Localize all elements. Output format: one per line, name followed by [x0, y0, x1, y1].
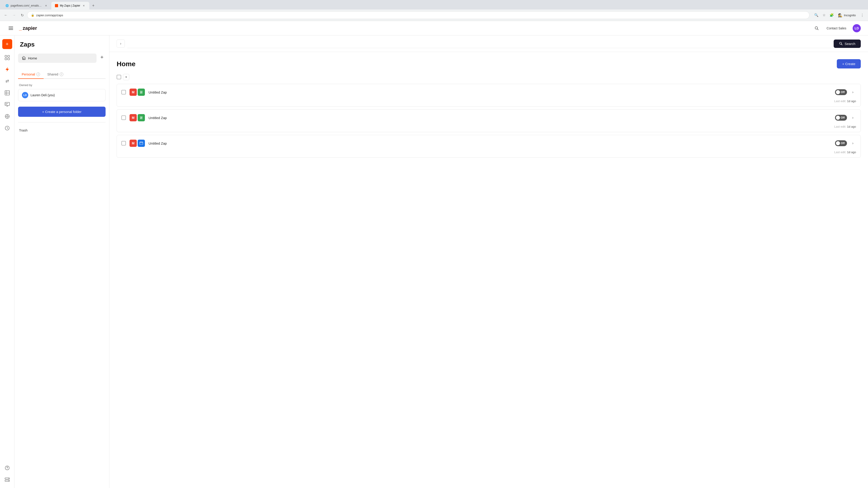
sidebar-item-help[interactable] [2, 463, 12, 473]
zap-item: M Untitled Zap [117, 109, 861, 132]
tab-zapier[interactable]: My Zaps | Zapier ✕ [51, 2, 89, 9]
sidebar-item-tables[interactable] [2, 88, 12, 98]
search-area: › Search [110, 35, 868, 52]
zap3-expand-button[interactable]: › [850, 140, 856, 147]
home-nav-area: Home [18, 54, 105, 66]
back-button[interactable]: ← [3, 12, 9, 18]
owner-avatar: LD [22, 92, 28, 98]
create-plus-button[interactable]: + [2, 39, 12, 49]
zap3-toggle-label: Off [841, 142, 845, 145]
sidebar-item-history[interactable] [2, 123, 12, 133]
zap3-toggle-area: Off › [835, 140, 856, 147]
create-button[interactable]: + Create [837, 59, 861, 68]
zap-item-main-3: M Untitled Zap [121, 135, 856, 149]
zap2-last-edit-time: 1d ago [847, 125, 856, 128]
address-bar[interactable]: 🔒 zapier.com/app/zaps [27, 11, 809, 19]
tab-shared[interactable]: Shared i [43, 70, 67, 79]
app-container: _zapier Contact Sales LD + [0, 21, 868, 488]
incognito-badge: 🕵️ Incognito [836, 12, 858, 18]
svg-rect-8 [8, 58, 9, 60]
zap2-gmail-icon: M [129, 114, 137, 121]
hamburger-button[interactable] [7, 25, 14, 32]
page-title: Home [117, 60, 135, 68]
zap1-checkbox[interactable] [121, 90, 126, 94]
zap-item: M Untitled Zap [117, 135, 861, 158]
zap2-name: Untitled Zap [149, 116, 831, 120]
svg-point-29 [8, 478, 8, 479]
refresh-button[interactable]: ↻ [19, 12, 25, 18]
search-btn-label: Search [844, 42, 855, 46]
svg-point-26 [7, 469, 7, 469]
lock-icon: 🔒 [31, 13, 34, 17]
sidebar-item-dashboard[interactable] [2, 53, 12, 63]
bookmark-icon[interactable]: ☆ [821, 12, 827, 18]
tab-pageflows[interactable]: 🌐 pageflows.com/_emails/_/7fb5c... ✕ [2, 2, 51, 9]
svg-rect-31 [23, 58, 24, 59]
select-dropdown-button[interactable]: ▾ [123, 74, 129, 80]
owner-card[interactable]: LD Lauren Deli (you) [18, 89, 105, 101]
search-button[interactable]: Search [834, 39, 861, 48]
zap1-last-edit-time: 1d ago [847, 99, 856, 103]
zap-item-main-2: M Untitled Zap [121, 109, 856, 123]
zap1-expand-button[interactable]: › [850, 89, 856, 95]
zap2-checkbox[interactable] [121, 116, 126, 120]
shared-info-icon[interactable]: i [60, 72, 63, 76]
owner-name: Lauren Deli (you) [31, 93, 55, 97]
zap3-last-edit-time: 1d ago [847, 151, 856, 154]
forward-button[interactable]: → [11, 12, 17, 18]
create-folder-button[interactable]: + Create a personal folder [18, 107, 105, 117]
select-row: ▾ [117, 74, 861, 80]
svg-rect-40 [140, 116, 143, 119]
zap1-last-edit-label: Last edit: [834, 99, 846, 103]
home-nav-left: Home [22, 56, 37, 61]
address-text: zapier.com/app/zaps [36, 13, 63, 17]
sidebar-item-storage[interactable] [2, 475, 12, 485]
user-avatar-button[interactable]: LD [852, 24, 861, 32]
svg-rect-6 [8, 55, 9, 57]
zap-item: M Untitled Zap [117, 84, 861, 107]
new-tab-button[interactable]: + [90, 2, 96, 9]
app-body: + [0, 35, 868, 488]
tab-shared-label: Shared [47, 72, 58, 76]
svg-rect-1 [8, 28, 13, 29]
zap3-toggle[interactable]: Off [835, 140, 847, 146]
zap2-toggle[interactable]: Off [835, 115, 847, 121]
search-input[interactable] [127, 41, 831, 45]
zap3-last-edit-label: Last edit: [834, 151, 846, 154]
svg-rect-36 [140, 91, 143, 94]
more-options-icon[interactable]: ⋮ [859, 12, 865, 18]
header-search-button[interactable] [813, 25, 820, 32]
add-folder-button[interactable] [98, 54, 105, 61]
contact-sales-button[interactable]: Contact Sales [824, 25, 849, 32]
home-nav-item[interactable]: Home [18, 54, 96, 63]
tab1-close[interactable]: ✕ [44, 4, 48, 7]
owned-by-label: Owned by [18, 84, 105, 87]
svg-rect-5 [5, 55, 7, 57]
sidebar-item-apps[interactable] [2, 111, 12, 121]
sidebar-item-zaps[interactable] [2, 64, 12, 74]
zap1-toggle[interactable]: Off [835, 89, 847, 95]
svg-rect-0 [8, 27, 13, 27]
browser-nav: ← → ↻ 🔒 zapier.com/app/zaps 🔍 ☆ 🧩 🕵️ Inc… [0, 9, 868, 21]
trash-item[interactable]: Trash [18, 126, 105, 134]
extension-icon[interactable]: 🧩 [829, 12, 835, 18]
zap3-icons: M [129, 140, 145, 147]
breadcrumb-button[interactable]: › [117, 39, 125, 48]
personal-info-icon[interactable]: i [36, 72, 40, 76]
sidebar-item-transfer[interactable] [2, 76, 12, 86]
zap2-footer: Last edit: 1d ago [121, 123, 856, 132]
sidebar-item-interfaces[interactable] [2, 100, 12, 109]
svg-line-4 [817, 29, 818, 30]
tab-personal[interactable]: Personal i [18, 70, 43, 79]
zap2-expand-button[interactable]: › [850, 115, 856, 121]
zap1-toggle-circle [836, 90, 840, 94]
browser-search-icon[interactable]: 🔍 [813, 12, 819, 18]
zap1-icons: M [129, 89, 145, 96]
tab2-close[interactable]: ✕ [82, 4, 86, 7]
zap-list: M Untitled Zap [117, 84, 861, 160]
select-all-checkbox[interactable] [117, 75, 121, 79]
zap3-checkbox[interactable] [121, 141, 126, 145]
tab-personal-label: Personal [22, 72, 35, 76]
zapier-logo: _zapier [19, 25, 37, 31]
home-nav-label: Home [28, 56, 37, 60]
